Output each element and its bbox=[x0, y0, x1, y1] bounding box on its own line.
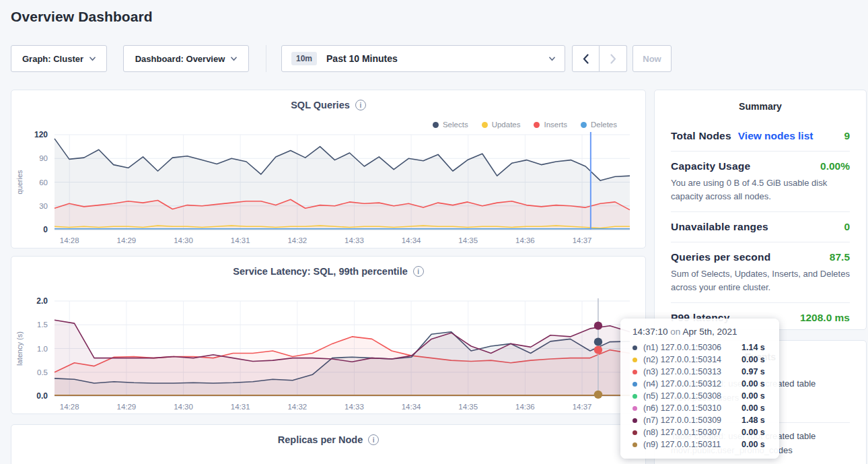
svg-text:120: 120 bbox=[34, 130, 48, 139]
svg-text:14:36: 14:36 bbox=[515, 403, 535, 411]
node-color-dot-icon bbox=[632, 382, 637, 387]
svg-text:14:29: 14:29 bbox=[116, 403, 136, 411]
tooltip-node-row: (n5) 127.0.0.1:503080.00 s bbox=[632, 390, 770, 402]
svg-text:1.0: 1.0 bbox=[37, 345, 48, 353]
node-address: (n1) 127.0.0.1:50306 bbox=[643, 343, 742, 352]
node-latency-value: 0.00 s bbox=[742, 391, 765, 401]
svg-text:14:37: 14:37 bbox=[573, 403, 592, 411]
node-latency-value: 0.00 s bbox=[742, 379, 765, 389]
time-range-badge: 10m bbox=[291, 52, 317, 65]
now-button-label: Now bbox=[643, 54, 661, 64]
chevron-down-icon bbox=[549, 56, 555, 62]
node-color-dot-icon bbox=[632, 418, 637, 423]
svg-text:0.5: 0.5 bbox=[37, 368, 48, 376]
node-color-dot-icon bbox=[632, 345, 637, 350]
time-range-next-button[interactable] bbox=[600, 45, 627, 72]
svg-text:90: 90 bbox=[39, 154, 48, 162]
controls-bar: Graph: Cluster Dashboard: Overview 10m P… bbox=[0, 45, 868, 72]
svg-text:14:32: 14:32 bbox=[287, 236, 307, 244]
time-range-prev-button[interactable] bbox=[572, 45, 600, 72]
controls-divider bbox=[266, 45, 266, 72]
tooltip-node-row: (n4) 127.0.0.1:503120.00 s bbox=[632, 378, 770, 390]
node-latency-value: 0.00 s bbox=[742, 440, 765, 449]
summary-value: 9 bbox=[844, 130, 850, 142]
node-address: (n3) 127.0.0.1:50313 bbox=[643, 367, 742, 376]
dashboard-dropdown-label: Dashboard: Overview bbox=[135, 54, 225, 64]
legend-dot-icon bbox=[482, 122, 488, 128]
svg-text:60: 60 bbox=[39, 178, 48, 187]
tooltip-timestamp: 14:37:10 on Apr 5th, 2021 bbox=[632, 327, 770, 337]
info-icon[interactable]: i bbox=[355, 100, 366, 110]
svg-text:14:30: 14:30 bbox=[174, 403, 193, 411]
svg-text:14:35: 14:35 bbox=[458, 236, 478, 244]
svg-text:2.0: 2.0 bbox=[36, 296, 48, 306]
summary-label: Total Nodes bbox=[671, 130, 731, 142]
legend-item-deletes[interactable]: Deletes bbox=[581, 121, 617, 129]
now-button[interactable]: Now bbox=[632, 45, 672, 72]
summary-panel-title: Summary bbox=[655, 90, 866, 112]
node-address: (n9) 127.0.0.1:50311 bbox=[643, 440, 742, 449]
svg-text:queries: queries bbox=[15, 170, 24, 195]
svg-text:14:28: 14:28 bbox=[60, 403, 79, 411]
legend-dot-icon bbox=[534, 122, 540, 128]
node-address: (n4) 127.0.0.1:50312 bbox=[643, 379, 742, 389]
legend-label: Updates bbox=[492, 121, 521, 129]
tooltip-node-row: (n9) 127.0.0.1:503110.00 s bbox=[632, 438, 770, 451]
summary-row-unavailable-ranges: Unavailable ranges 0 bbox=[671, 211, 850, 242]
tooltip-node-row: (n6) 127.0.0.1:503100.00 s bbox=[632, 402, 770, 414]
node-latency-value: 1.14 s bbox=[742, 343, 765, 352]
legend-dot-icon bbox=[581, 122, 587, 128]
summary-value: 1208.0 ms bbox=[800, 312, 850, 324]
sql-queries-chart[interactable]: 030609012014:2814:2914:3014:3114:3214:33… bbox=[11, 129, 647, 247]
node-address: (n6) 127.0.0.1:50310 bbox=[643, 403, 742, 413]
node-color-dot-icon bbox=[632, 442, 637, 447]
node-address: (n5) 127.0.0.1:50308 bbox=[643, 391, 742, 401]
summary-label: Unavailable ranges bbox=[671, 221, 768, 233]
svg-text:14:33: 14:33 bbox=[345, 403, 364, 411]
chevron-left-icon bbox=[583, 54, 589, 64]
summary-row-queries-per-second: Queries per second 87.5 Sum of Selects, … bbox=[671, 242, 850, 302]
view-nodes-list-link[interactable]: View nodes list bbox=[738, 130, 813, 142]
legend-label: Deletes bbox=[591, 121, 617, 129]
graph-dropdown[interactable]: Graph: Cluster bbox=[11, 45, 107, 72]
node-color-dot-icon bbox=[632, 358, 637, 362]
svg-text:14:32: 14:32 bbox=[287, 403, 307, 411]
summary-label: Queries per second bbox=[671, 251, 770, 263]
legend-item-updates[interactable]: Updates bbox=[482, 121, 521, 129]
dashboard-dropdown[interactable]: Dashboard: Overview bbox=[123, 45, 249, 72]
svg-text:latency (s): latency (s) bbox=[15, 331, 24, 366]
time-range-selector[interactable]: 10m Past 10 Minutes bbox=[281, 45, 565, 72]
info-icon[interactable]: i bbox=[413, 266, 424, 277]
chart-title-replicas-per-node: Replicas per Node bbox=[278, 434, 363, 445]
tooltip-node-row: (n1) 127.0.0.1:503061.14 s bbox=[632, 341, 770, 354]
graph-dropdown-label: Graph: Cluster bbox=[22, 54, 83, 64]
summary-value: 0.00% bbox=[820, 160, 850, 172]
svg-text:14:35: 14:35 bbox=[458, 403, 478, 411]
summary-subtext: Sum of Selects, Updates, Inserts, and De… bbox=[671, 267, 850, 294]
tooltip-node-row: (n8) 127.0.0.1:503070.00 s bbox=[632, 426, 770, 438]
time-range-label: Past 10 Minutes bbox=[326, 53, 549, 64]
chevron-down-icon bbox=[231, 56, 237, 62]
svg-text:14:36: 14:36 bbox=[515, 236, 535, 244]
summary-row-capacity-usage: Capacity Usage 0.00% You are using 0 B o… bbox=[671, 151, 850, 211]
legend-item-selects[interactable]: Selects bbox=[433, 121, 468, 129]
summary-value: 0 bbox=[844, 221, 850, 233]
node-latency-value: 0.00 s bbox=[742, 355, 765, 364]
info-icon[interactable]: i bbox=[368, 434, 379, 445]
legend-label: Selects bbox=[443, 121, 468, 129]
chart-legend: SelectsUpdatesInsertsDeletes bbox=[433, 121, 617, 129]
legend-item-inserts[interactable]: Inserts bbox=[534, 121, 567, 129]
service-latency-chart[interactable]: 0.00.51.01.52.014:2814:2914:3014:3114:32… bbox=[11, 296, 647, 413]
svg-text:14:34: 14:34 bbox=[402, 236, 421, 244]
tooltip-node-row: (n2) 127.0.0.1:503140.00 s bbox=[632, 354, 770, 366]
summary-subtext: You are using 0 B of 4.5 GiB usable disk… bbox=[671, 176, 850, 203]
chart-title-sql-queries: SQL Queries bbox=[291, 100, 350, 110]
node-latency-value: 0.00 s bbox=[742, 403, 765, 413]
sql-queries-chart-card: SQL Queries i SelectsUpdatesInsertsDelet… bbox=[11, 90, 646, 248]
svg-text:14:37: 14:37 bbox=[573, 236, 592, 244]
legend-dot-icon bbox=[433, 122, 439, 128]
node-address: (n2) 127.0.0.1:50314 bbox=[643, 355, 742, 364]
node-color-dot-icon bbox=[632, 394, 637, 399]
svg-text:1.5: 1.5 bbox=[37, 321, 48, 329]
replicas-per-node-chart-card: Replicas per Node i bbox=[11, 424, 646, 464]
